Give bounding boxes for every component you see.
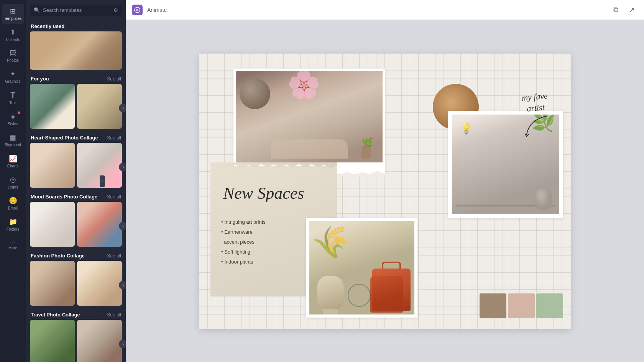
moodboard[interactable]: 🌸 🌿 my faveartist bbox=[199, 53, 571, 329]
bkground-icon: ▦ bbox=[10, 133, 16, 142]
topbar: Animate ⧉ ↗ bbox=[126, 0, 644, 20]
sidebar: ⊞ Templates ⬆ Uploads 🖼 Photos ✦ Graphic… bbox=[0, 0, 26, 362]
annotation-label: my faveartist bbox=[521, 91, 548, 113]
template-thumb-heart-1[interactable] bbox=[30, 143, 75, 188]
heart-collage-grid: › bbox=[26, 143, 126, 191]
lamp-decoration: 💡 bbox=[460, 122, 473, 135]
graphics-icon: ✦ bbox=[10, 70, 16, 78]
sidebar-item-text[interactable]: T Text bbox=[2, 88, 24, 108]
template-thumb-travel-1[interactable] bbox=[30, 320, 75, 362]
more-icon: ··· bbox=[10, 239, 16, 245]
fashion-see-all[interactable]: See all bbox=[107, 253, 121, 259]
template-thumb-mood-1[interactable] bbox=[30, 202, 75, 247]
travel-see-all[interactable]: See all bbox=[107, 312, 121, 318]
copy-button[interactable]: ⧉ bbox=[610, 4, 621, 15]
swatch-blush bbox=[508, 293, 535, 318]
circle-deco bbox=[348, 284, 371, 307]
folders-icon: 📁 bbox=[9, 218, 17, 226]
app-logo bbox=[132, 5, 143, 15]
template-thumb-fashion-1[interactable] bbox=[30, 261, 75, 306]
fashion-header: Fashion Photo Collage See all bbox=[26, 250, 126, 261]
sidebar-item-folders[interactable]: 📁 Folders bbox=[2, 215, 24, 235]
sidebar-item-emoji[interactable]: 😊 Emoji bbox=[2, 193, 24, 214]
template-thumb-fashion-2[interactable] bbox=[77, 261, 122, 306]
travel-header: Travel Photo Collage See all bbox=[26, 309, 126, 320]
sidebar-item-styles[interactable]: ◈ Styles bbox=[2, 109, 24, 129]
sidebar-item-photos[interactable]: 🖼 Photos bbox=[2, 46, 24, 66]
search-icon: 🔍 bbox=[34, 7, 40, 13]
emoji-icon: 😊 bbox=[9, 197, 17, 205]
heart-collage-header: Heart-Shaped Photo Collage See all bbox=[26, 132, 126, 143]
mirror-circle bbox=[240, 79, 270, 109]
templates-icon: ⊞ bbox=[10, 7, 16, 15]
sidebar-item-bkground[interactable]: ▦ Bkground bbox=[2, 130, 24, 151]
panel-collapse-handle[interactable]: ‹ bbox=[100, 175, 105, 187]
template-thumb-foryou-2[interactable] bbox=[77, 84, 122, 129]
travel-grid: › bbox=[26, 320, 126, 362]
sidebar-item-more[interactable]: ··· More bbox=[2, 236, 24, 254]
for-you-see-all[interactable]: See all bbox=[107, 76, 121, 82]
filter-icon[interactable]: ⚙ bbox=[113, 7, 118, 13]
fashion-grid: › bbox=[26, 261, 126, 309]
svg-text:New Spaces: New Spaces bbox=[223, 184, 304, 203]
swatch-brown bbox=[480, 293, 506, 318]
for-you-header: For you See all bbox=[26, 73, 126, 84]
mood-boards-grid: › bbox=[26, 202, 126, 250]
styles-badge bbox=[18, 111, 20, 114]
templates-panel: 🔍 ⚙ Recently used For you See all › Hear… bbox=[26, 0, 126, 362]
orange-bag-2 bbox=[370, 276, 403, 313]
animate-label: Animate bbox=[147, 7, 167, 13]
template-thumb-recent-1[interactable] bbox=[30, 31, 122, 70]
search-bar[interactable]: 🔍 ⚙ bbox=[30, 5, 122, 16]
canvas-area[interactable]: 🌸 🌿 my faveartist bbox=[126, 20, 644, 362]
small-gray-vase bbox=[534, 189, 552, 210]
beige-vase bbox=[317, 276, 344, 314]
export-button[interactable]: ↗ bbox=[626, 4, 638, 16]
heart-collage-title: Heart-Shaped Photo Collage bbox=[31, 135, 98, 141]
template-thumb-travel-2[interactable] bbox=[77, 320, 122, 362]
heart-collage-see-all[interactable]: See all bbox=[107, 135, 121, 141]
sidebar-item-logos[interactable]: ◎ Logos bbox=[2, 172, 24, 193]
main-photo-polaroid[interactable]: 🌸 🌿 bbox=[233, 69, 385, 174]
logos-icon: ◎ bbox=[10, 175, 16, 184]
sidebar-item-uploads[interactable]: ⬆ Uploads bbox=[2, 25, 24, 45]
mood-boards-see-all[interactable]: See all bbox=[107, 194, 121, 200]
heart-next-button[interactable]: › bbox=[119, 163, 126, 171]
plant-small: 🌿 bbox=[361, 137, 373, 148]
mood-boards-title: Mood Boards Photo Collage bbox=[31, 194, 97, 200]
color-swatches bbox=[480, 293, 563, 318]
recently-used-header: Recently used bbox=[26, 20, 126, 31]
travel-next-button[interactable]: › bbox=[119, 340, 126, 348]
for-you-grid: › bbox=[26, 84, 126, 132]
template-thumb-foryou-1[interactable] bbox=[30, 84, 75, 129]
mood-boards-header: Mood Boards Photo Collage See all bbox=[26, 191, 126, 202]
annotation-text[interactable]: my faveartist bbox=[519, 90, 554, 139]
styles-icon: ◈ bbox=[10, 112, 16, 121]
fashion-next-button[interactable]: › bbox=[119, 281, 126, 289]
fashion-title: Fashion Photo Collage bbox=[31, 253, 85, 259]
flower-decoration: 🌸 bbox=[287, 71, 320, 100]
headline-svg: New Spaces bbox=[221, 178, 329, 205]
recently-used-grid bbox=[26, 31, 126, 73]
uploads-icon: ⬆ bbox=[10, 28, 16, 36]
for-you-title: For you bbox=[31, 76, 49, 82]
main-area: Animate ⧉ ↗ 🌸 🌿 bbox=[126, 0, 644, 362]
photos-icon: 🖼 bbox=[10, 49, 16, 57]
bags-photo[interactable]: 🌾 bbox=[306, 218, 417, 318]
travel-title: Travel Photo Collage bbox=[31, 312, 80, 318]
mood-next-button[interactable]: › bbox=[119, 222, 126, 230]
annotation-arrow-svg bbox=[521, 113, 554, 139]
sidebar-item-templates[interactable]: ⊞ Templates bbox=[2, 4, 24, 24]
sofa-shape bbox=[271, 139, 348, 159]
moodboard-headline: New Spaces bbox=[221, 178, 326, 208]
charts-icon: 📈 bbox=[9, 154, 17, 163]
recently-used-title: Recently used bbox=[31, 23, 64, 29]
swatch-sage bbox=[536, 293, 563, 318]
template-thumb-mood-2[interactable] bbox=[77, 202, 122, 247]
palm-leaf: 🌾 bbox=[309, 221, 356, 266]
sidebar-item-graphics[interactable]: ✦ Graphics bbox=[2, 67, 24, 87]
sidebar-item-charts[interactable]: 📈 Charts bbox=[2, 151, 24, 172]
text-icon: T bbox=[10, 91, 15, 100]
search-input[interactable] bbox=[43, 7, 110, 13]
for-you-next-button[interactable]: › bbox=[119, 104, 126, 112]
